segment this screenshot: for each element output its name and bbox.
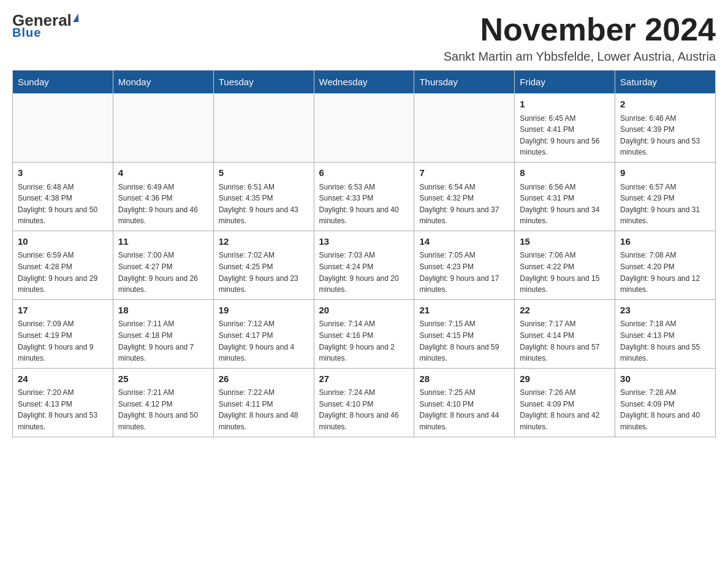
day-number: 7 bbox=[419, 166, 509, 180]
calendar-day-cell: 2Sunrise: 6:46 AM Sunset: 4:39 PM Daylig… bbox=[615, 94, 716, 163]
calendar-day-cell: 15Sunrise: 7:06 AM Sunset: 4:22 PM Dayli… bbox=[515, 231, 615, 299]
day-info: Sunrise: 7:18 AM Sunset: 4:13 PM Dayligh… bbox=[620, 318, 710, 364]
column-header-saturday: Saturday bbox=[615, 71, 716, 94]
calendar-day-cell bbox=[414, 94, 515, 163]
day-number: 26 bbox=[219, 372, 309, 386]
day-info: Sunrise: 7:24 AM Sunset: 4:10 PM Dayligh… bbox=[319, 387, 409, 432]
calendar-week-row: 3Sunrise: 6:48 AM Sunset: 4:38 PM Daylig… bbox=[13, 163, 716, 231]
column-header-wednesday: Wednesday bbox=[314, 71, 414, 94]
calendar-day-cell: 12Sunrise: 7:02 AM Sunset: 4:25 PM Dayli… bbox=[213, 231, 314, 299]
day-number: 4 bbox=[118, 166, 208, 180]
day-number: 22 bbox=[520, 304, 610, 318]
day-number: 24 bbox=[18, 372, 108, 386]
subtitle: Sankt Martin am Ybbsfelde, Lower Austria… bbox=[444, 50, 716, 64]
calendar-day-cell: 19Sunrise: 7:12 AM Sunset: 4:17 PM Dayli… bbox=[213, 299, 314, 368]
calendar-day-cell: 1Sunrise: 6:45 AM Sunset: 4:41 PM Daylig… bbox=[515, 94, 615, 163]
day-number: 1 bbox=[520, 98, 610, 112]
day-info: Sunrise: 6:45 AM Sunset: 4:41 PM Dayligh… bbox=[520, 113, 610, 158]
day-number: 17 bbox=[18, 304, 108, 318]
calendar-day-cell: 8Sunrise: 6:56 AM Sunset: 4:31 PM Daylig… bbox=[515, 163, 615, 231]
header: General Blue November 2024 Sankt Martin … bbox=[12, 12, 716, 64]
day-info: Sunrise: 6:53 AM Sunset: 4:33 PM Dayligh… bbox=[319, 182, 409, 227]
column-header-sunday: Sunday bbox=[13, 71, 113, 94]
calendar-week-row: 1Sunrise: 6:45 AM Sunset: 4:41 PM Daylig… bbox=[13, 94, 716, 163]
day-info: Sunrise: 7:09 AM Sunset: 4:19 PM Dayligh… bbox=[18, 318, 108, 364]
day-number: 2 bbox=[620, 98, 710, 112]
logo-triangle-icon bbox=[73, 13, 78, 22]
calendar-day-cell: 13Sunrise: 7:03 AM Sunset: 4:24 PM Dayli… bbox=[314, 231, 414, 299]
calendar-day-cell: 30Sunrise: 7:28 AM Sunset: 4:09 PM Dayli… bbox=[615, 368, 716, 437]
day-number: 18 bbox=[118, 304, 208, 318]
day-number: 27 bbox=[319, 372, 409, 386]
day-info: Sunrise: 7:12 AM Sunset: 4:17 PM Dayligh… bbox=[219, 318, 309, 364]
day-number: 19 bbox=[219, 304, 309, 318]
calendar-day-cell: 11Sunrise: 7:00 AM Sunset: 4:27 PM Dayli… bbox=[113, 231, 213, 299]
calendar-day-cell: 23Sunrise: 7:18 AM Sunset: 4:13 PM Dayli… bbox=[615, 299, 716, 368]
day-info: Sunrise: 7:11 AM Sunset: 4:18 PM Dayligh… bbox=[118, 318, 208, 364]
calendar-day-cell: 10Sunrise: 6:59 AM Sunset: 4:28 PM Dayli… bbox=[13, 231, 113, 299]
day-number: 12 bbox=[219, 235, 309, 249]
day-number: 25 bbox=[118, 372, 208, 386]
day-number: 28 bbox=[419, 372, 509, 386]
calendar-week-row: 10Sunrise: 6:59 AM Sunset: 4:28 PM Dayli… bbox=[13, 231, 716, 299]
day-number: 20 bbox=[319, 304, 409, 318]
day-number: 14 bbox=[419, 235, 509, 249]
calendar-day-cell: 6Sunrise: 6:53 AM Sunset: 4:33 PM Daylig… bbox=[314, 163, 414, 231]
calendar-day-cell: 22Sunrise: 7:17 AM Sunset: 4:14 PM Dayli… bbox=[515, 299, 615, 368]
calendar-day-cell: 7Sunrise: 6:54 AM Sunset: 4:32 PM Daylig… bbox=[414, 163, 515, 231]
day-info: Sunrise: 7:25 AM Sunset: 4:10 PM Dayligh… bbox=[419, 387, 509, 432]
day-number: 9 bbox=[620, 166, 710, 180]
logo: General Blue bbox=[12, 12, 78, 40]
calendar-day-cell: 14Sunrise: 7:05 AM Sunset: 4:23 PM Dayli… bbox=[414, 231, 515, 299]
day-number: 21 bbox=[419, 304, 509, 318]
calendar-day-cell: 16Sunrise: 7:08 AM Sunset: 4:20 PM Dayli… bbox=[615, 231, 716, 299]
day-number: 8 bbox=[520, 166, 610, 180]
calendar-week-row: 24Sunrise: 7:20 AM Sunset: 4:13 PM Dayli… bbox=[13, 368, 716, 437]
calendar-day-cell bbox=[13, 94, 113, 163]
calendar-day-cell: 17Sunrise: 7:09 AM Sunset: 4:19 PM Dayli… bbox=[13, 299, 113, 368]
calendar-table: SundayMondayTuesdayWednesdayThursdayFrid… bbox=[12, 70, 716, 437]
day-info: Sunrise: 7:05 AM Sunset: 4:23 PM Dayligh… bbox=[419, 250, 509, 295]
day-number: 30 bbox=[620, 372, 710, 386]
day-number: 15 bbox=[520, 235, 610, 249]
column-header-tuesday: Tuesday bbox=[213, 71, 314, 94]
calendar-day-cell: 3Sunrise: 6:48 AM Sunset: 4:38 PM Daylig… bbox=[13, 163, 113, 231]
calendar-day-cell: 20Sunrise: 7:14 AM Sunset: 4:16 PM Dayli… bbox=[314, 299, 414, 368]
day-info: Sunrise: 7:03 AM Sunset: 4:24 PM Dayligh… bbox=[319, 250, 409, 295]
day-number: 16 bbox=[620, 235, 710, 249]
day-info: Sunrise: 7:15 AM Sunset: 4:15 PM Dayligh… bbox=[419, 318, 509, 364]
calendar-day-cell bbox=[314, 94, 414, 163]
day-info: Sunrise: 6:56 AM Sunset: 4:31 PM Dayligh… bbox=[520, 182, 610, 227]
day-info: Sunrise: 7:00 AM Sunset: 4:27 PM Dayligh… bbox=[118, 250, 208, 295]
calendar-day-cell: 9Sunrise: 6:57 AM Sunset: 4:29 PM Daylig… bbox=[615, 163, 716, 231]
day-info: Sunrise: 7:14 AM Sunset: 4:16 PM Dayligh… bbox=[319, 318, 409, 364]
calendar-day-cell: 24Sunrise: 7:20 AM Sunset: 4:13 PM Dayli… bbox=[13, 368, 113, 437]
day-info: Sunrise: 6:51 AM Sunset: 4:35 PM Dayligh… bbox=[219, 182, 309, 227]
day-info: Sunrise: 6:54 AM Sunset: 4:32 PM Dayligh… bbox=[419, 182, 509, 227]
calendar-day-cell: 4Sunrise: 6:49 AM Sunset: 4:36 PM Daylig… bbox=[113, 163, 213, 231]
day-number: 10 bbox=[18, 235, 108, 249]
calendar-day-cell bbox=[113, 94, 213, 163]
day-number: 6 bbox=[319, 166, 409, 180]
day-info: Sunrise: 6:49 AM Sunset: 4:36 PM Dayligh… bbox=[118, 182, 208, 227]
day-info: Sunrise: 7:02 AM Sunset: 4:25 PM Dayligh… bbox=[219, 250, 309, 295]
calendar-day-cell: 21Sunrise: 7:15 AM Sunset: 4:15 PM Dayli… bbox=[414, 299, 515, 368]
day-number: 29 bbox=[520, 372, 610, 386]
day-info: Sunrise: 7:21 AM Sunset: 4:12 PM Dayligh… bbox=[118, 387, 208, 432]
column-header-monday: Monday bbox=[113, 71, 213, 94]
day-info: Sunrise: 7:20 AM Sunset: 4:13 PM Dayligh… bbox=[18, 387, 108, 432]
day-number: 23 bbox=[620, 304, 710, 318]
logo-blue-text: Blue bbox=[12, 26, 41, 40]
title-area: November 2024 Sankt Martin am Ybbsfelde,… bbox=[444, 12, 716, 64]
calendar-day-cell bbox=[213, 94, 314, 163]
main-title: November 2024 bbox=[444, 12, 716, 47]
calendar-day-cell: 25Sunrise: 7:21 AM Sunset: 4:12 PM Dayli… bbox=[113, 368, 213, 437]
calendar-day-cell: 26Sunrise: 7:22 AM Sunset: 4:11 PM Dayli… bbox=[213, 368, 314, 437]
calendar-day-cell: 29Sunrise: 7:26 AM Sunset: 4:09 PM Dayli… bbox=[515, 368, 615, 437]
calendar-day-cell: 5Sunrise: 6:51 AM Sunset: 4:35 PM Daylig… bbox=[213, 163, 314, 231]
day-info: Sunrise: 7:17 AM Sunset: 4:14 PM Dayligh… bbox=[520, 318, 610, 364]
day-info: Sunrise: 6:48 AM Sunset: 4:38 PM Dayligh… bbox=[18, 182, 108, 227]
day-info: Sunrise: 6:46 AM Sunset: 4:39 PM Dayligh… bbox=[620, 113, 710, 158]
calendar-week-row: 17Sunrise: 7:09 AM Sunset: 4:19 PM Dayli… bbox=[13, 299, 716, 368]
day-number: 11 bbox=[118, 235, 208, 249]
